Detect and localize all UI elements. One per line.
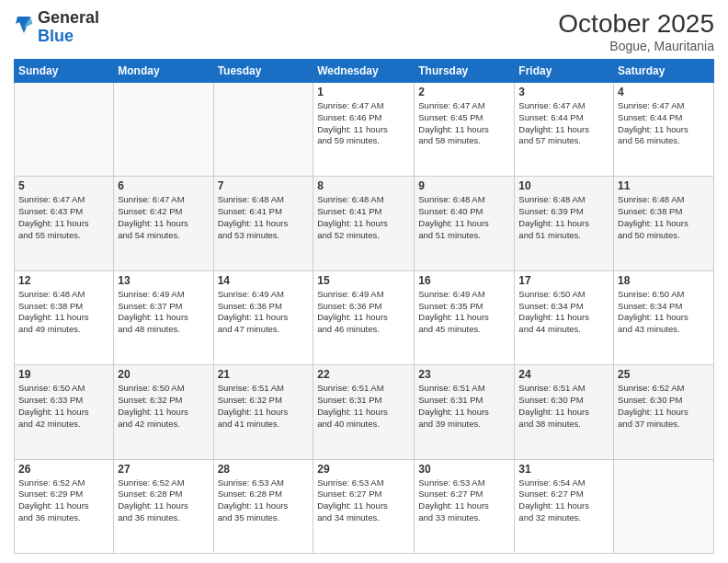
day-cell: 8Sunrise: 6:48 AM Sunset: 6:41 PM Daylig… bbox=[313, 177, 415, 270]
day-cell: 29Sunrise: 6:53 AM Sunset: 6:27 PM Dayli… bbox=[313, 459, 415, 553]
day-info: Sunrise: 6:53 AM Sunset: 6:27 PM Dayligh… bbox=[418, 477, 510, 524]
day-info: Sunrise: 6:54 AM Sunset: 6:27 PM Dayligh… bbox=[518, 477, 609, 524]
logo-blue: Blue bbox=[38, 27, 74, 45]
day-cell: 5Sunrise: 6:47 AM Sunset: 6:43 PM Daylig… bbox=[15, 177, 114, 270]
day-number: 4 bbox=[618, 86, 710, 98]
day-info: Sunrise: 6:49 AM Sunset: 6:36 PM Dayligh… bbox=[317, 289, 410, 336]
day-info: Sunrise: 6:51 AM Sunset: 6:32 PM Dayligh… bbox=[218, 383, 310, 430]
col-thursday: Thursday bbox=[415, 60, 515, 83]
day-number: 29 bbox=[317, 463, 410, 476]
day-info: Sunrise: 6:50 AM Sunset: 6:34 PM Dayligh… bbox=[518, 289, 609, 336]
col-sunday: Sunday bbox=[15, 60, 114, 83]
day-cell: 26Sunrise: 6:52 AM Sunset: 6:29 PM Dayli… bbox=[15, 459, 114, 553]
day-number: 28 bbox=[218, 463, 310, 476]
logo-text: General Blue bbox=[38, 9, 99, 46]
day-info: Sunrise: 6:49 AM Sunset: 6:37 PM Dayligh… bbox=[118, 289, 209, 336]
day-cell bbox=[614, 459, 714, 553]
day-number: 27 bbox=[118, 463, 209, 476]
day-cell: 18Sunrise: 6:50 AM Sunset: 6:34 PM Dayli… bbox=[614, 270, 714, 364]
day-info: Sunrise: 6:50 AM Sunset: 6:33 PM Dayligh… bbox=[18, 383, 109, 430]
month-title: October 2025 bbox=[558, 9, 714, 39]
week-row-4: 19Sunrise: 6:50 AM Sunset: 6:33 PM Dayli… bbox=[15, 365, 714, 459]
day-number: 2 bbox=[418, 86, 510, 98]
page: General Blue October 2025 Bogue, Maurita… bbox=[0, 0, 728, 563]
day-info: Sunrise: 6:48 AM Sunset: 6:38 PM Dayligh… bbox=[18, 289, 109, 336]
day-number: 13 bbox=[118, 274, 209, 287]
day-info: Sunrise: 6:52 AM Sunset: 6:30 PM Dayligh… bbox=[618, 383, 710, 430]
day-info: Sunrise: 6:52 AM Sunset: 6:29 PM Dayligh… bbox=[18, 477, 109, 524]
day-number: 26 bbox=[18, 463, 109, 476]
day-info: Sunrise: 6:53 AM Sunset: 6:28 PM Dayligh… bbox=[218, 477, 310, 524]
day-cell: 12Sunrise: 6:48 AM Sunset: 6:38 PM Dayli… bbox=[15, 270, 114, 364]
day-info: Sunrise: 6:51 AM Sunset: 6:30 PM Dayligh… bbox=[518, 383, 609, 430]
day-cell: 30Sunrise: 6:53 AM Sunset: 6:27 PM Dayli… bbox=[415, 459, 515, 553]
day-cell: 25Sunrise: 6:52 AM Sunset: 6:30 PM Dayli… bbox=[614, 365, 714, 459]
day-cell: 21Sunrise: 6:51 AM Sunset: 6:32 PM Dayli… bbox=[213, 365, 313, 459]
day-info: Sunrise: 6:48 AM Sunset: 6:38 PM Dayligh… bbox=[618, 194, 710, 241]
day-number: 17 bbox=[518, 274, 609, 287]
col-tuesday: Tuesday bbox=[213, 60, 313, 83]
day-number: 9 bbox=[418, 179, 510, 192]
day-cell bbox=[213, 83, 313, 177]
day-number: 12 bbox=[18, 274, 109, 287]
day-cell: 27Sunrise: 6:52 AM Sunset: 6:28 PM Dayli… bbox=[114, 459, 213, 553]
day-cell: 10Sunrise: 6:48 AM Sunset: 6:39 PM Dayli… bbox=[515, 177, 614, 270]
col-saturday: Saturday bbox=[614, 60, 714, 83]
day-cell: 22Sunrise: 6:51 AM Sunset: 6:31 PM Dayli… bbox=[313, 365, 415, 459]
day-info: Sunrise: 6:47 AM Sunset: 6:45 PM Dayligh… bbox=[418, 100, 510, 147]
day-info: Sunrise: 6:47 AM Sunset: 6:44 PM Dayligh… bbox=[618, 100, 710, 147]
day-info: Sunrise: 6:51 AM Sunset: 6:31 PM Dayligh… bbox=[418, 383, 510, 430]
day-number: 6 bbox=[118, 179, 209, 192]
day-number: 8 bbox=[317, 179, 410, 192]
day-number: 10 bbox=[518, 179, 609, 192]
day-info: Sunrise: 6:52 AM Sunset: 6:28 PM Dayligh… bbox=[118, 477, 209, 524]
day-info: Sunrise: 6:48 AM Sunset: 6:41 PM Dayligh… bbox=[218, 194, 310, 241]
day-cell: 9Sunrise: 6:48 AM Sunset: 6:40 PM Daylig… bbox=[415, 177, 515, 270]
day-cell: 24Sunrise: 6:51 AM Sunset: 6:30 PM Dayli… bbox=[515, 365, 614, 459]
day-number: 7 bbox=[218, 179, 310, 192]
day-number: 30 bbox=[418, 463, 510, 476]
day-cell: 1Sunrise: 6:47 AM Sunset: 6:46 PM Daylig… bbox=[313, 83, 415, 177]
day-cell bbox=[15, 83, 114, 177]
day-cell: 7Sunrise: 6:48 AM Sunset: 6:41 PM Daylig… bbox=[213, 177, 313, 270]
title-block: October 2025 Bogue, Mauritania bbox=[558, 9, 714, 53]
day-number: 15 bbox=[317, 274, 410, 287]
col-wednesday: Wednesday bbox=[313, 60, 415, 83]
day-cell: 3Sunrise: 6:47 AM Sunset: 6:44 PM Daylig… bbox=[515, 83, 614, 177]
day-number: 11 bbox=[618, 179, 710, 192]
day-info: Sunrise: 6:48 AM Sunset: 6:40 PM Dayligh… bbox=[418, 194, 510, 241]
day-number: 24 bbox=[518, 368, 609, 381]
day-number: 21 bbox=[218, 368, 310, 381]
day-number: 1 bbox=[317, 86, 410, 98]
day-info: Sunrise: 6:49 AM Sunset: 6:35 PM Dayligh… bbox=[418, 289, 510, 336]
day-info: Sunrise: 6:47 AM Sunset: 6:46 PM Dayligh… bbox=[317, 100, 410, 147]
location-title: Bogue, Mauritania bbox=[558, 39, 714, 53]
day-cell: 13Sunrise: 6:49 AM Sunset: 6:37 PM Dayli… bbox=[114, 270, 213, 364]
day-info: Sunrise: 6:47 AM Sunset: 6:43 PM Dayligh… bbox=[18, 194, 109, 241]
logo-general: General bbox=[38, 8, 99, 27]
day-cell: 16Sunrise: 6:49 AM Sunset: 6:35 PM Dayli… bbox=[415, 270, 515, 364]
day-cell: 11Sunrise: 6:48 AM Sunset: 6:38 PM Dayli… bbox=[614, 177, 714, 270]
day-number: 5 bbox=[18, 179, 109, 192]
day-cell: 14Sunrise: 6:49 AM Sunset: 6:36 PM Dayli… bbox=[213, 270, 313, 364]
day-cell: 17Sunrise: 6:50 AM Sunset: 6:34 PM Dayli… bbox=[515, 270, 614, 364]
day-number: 19 bbox=[18, 368, 109, 381]
day-number: 31 bbox=[518, 463, 609, 476]
calendar-header-row: Sunday Monday Tuesday Wednesday Thursday… bbox=[15, 60, 714, 83]
day-cell: 28Sunrise: 6:53 AM Sunset: 6:28 PM Dayli… bbox=[213, 459, 313, 553]
day-number: 20 bbox=[118, 368, 209, 381]
day-cell: 15Sunrise: 6:49 AM Sunset: 6:36 PM Dayli… bbox=[313, 270, 415, 364]
day-info: Sunrise: 6:47 AM Sunset: 6:42 PM Dayligh… bbox=[118, 194, 209, 241]
day-info: Sunrise: 6:51 AM Sunset: 6:31 PM Dayligh… bbox=[317, 383, 410, 430]
day-info: Sunrise: 6:49 AM Sunset: 6:36 PM Dayligh… bbox=[218, 289, 310, 336]
week-row-2: 5Sunrise: 6:47 AM Sunset: 6:43 PM Daylig… bbox=[15, 177, 714, 270]
day-info: Sunrise: 6:48 AM Sunset: 6:39 PM Dayligh… bbox=[518, 194, 609, 241]
day-info: Sunrise: 6:50 AM Sunset: 6:34 PM Dayligh… bbox=[618, 289, 710, 336]
day-number: 23 bbox=[418, 368, 510, 381]
week-row-1: 1Sunrise: 6:47 AM Sunset: 6:46 PM Daylig… bbox=[15, 83, 714, 177]
day-cell: 31Sunrise: 6:54 AM Sunset: 6:27 PM Dayli… bbox=[515, 459, 614, 553]
day-info: Sunrise: 6:47 AM Sunset: 6:44 PM Dayligh… bbox=[518, 100, 609, 147]
header: General Blue October 2025 Bogue, Maurita… bbox=[14, 9, 714, 53]
day-cell: 4Sunrise: 6:47 AM Sunset: 6:44 PM Daylig… bbox=[614, 83, 714, 177]
week-row-3: 12Sunrise: 6:48 AM Sunset: 6:38 PM Dayli… bbox=[15, 270, 714, 364]
